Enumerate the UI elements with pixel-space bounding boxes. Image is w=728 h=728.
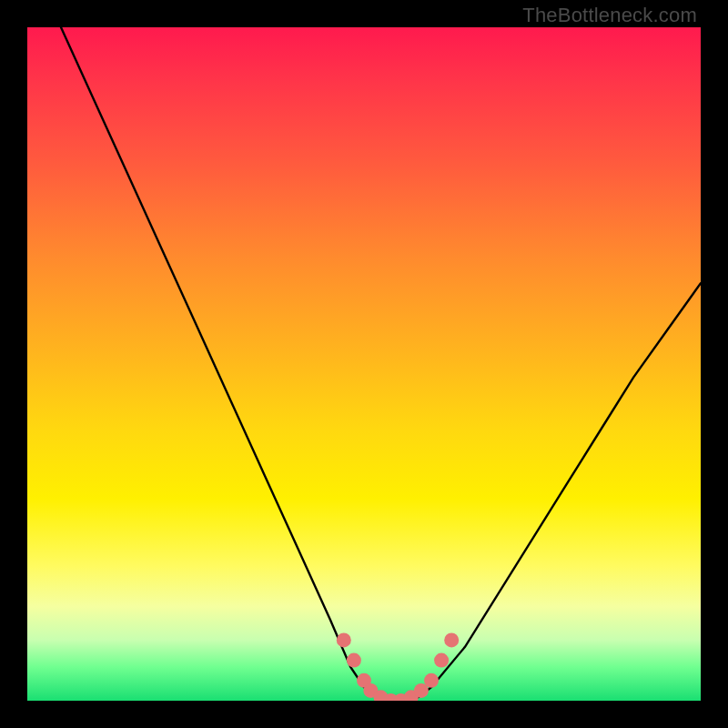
bottleneck-curve	[61, 27, 701, 701]
marker-point	[444, 632, 459, 647]
marker-point	[434, 653, 449, 668]
highlight-markers	[337, 632, 459, 701]
marker-point	[347, 653, 361, 668]
watermark-text: TheBottleneck.com	[522, 4, 697, 27]
chart-frame: TheBottleneck.com	[0, 0, 728, 728]
curve-layer	[27, 27, 701, 701]
marker-point	[337, 632, 351, 647]
marker-point	[424, 673, 439, 688]
plot-area	[27, 27, 701, 701]
